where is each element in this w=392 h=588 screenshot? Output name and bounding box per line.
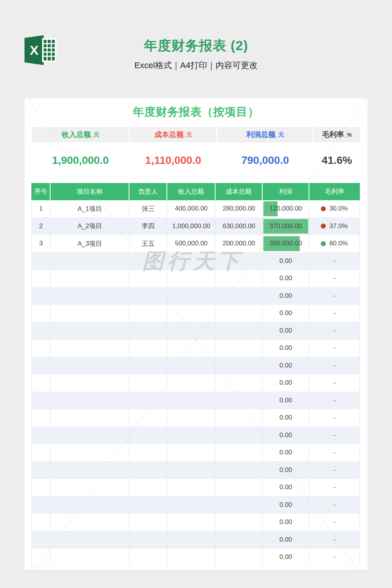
page-title: 年度财务报表 (2): [0, 37, 392, 55]
cell-margin: -: [309, 531, 360, 549]
cell-margin: -: [309, 497, 360, 514]
cell-profit: 0.00: [263, 549, 309, 566]
cell-profit: 0.00: [263, 392, 309, 409]
cell-profit: 0.00: [263, 322, 309, 340]
table-row: 0.00-: [31, 531, 360, 549]
cell-cost: [216, 514, 263, 531]
cell-project-name: A_2项目: [51, 218, 129, 235]
cell-cost: [216, 392, 263, 409]
profit-value: 300,000.00: [270, 240, 302, 247]
margin-value: -: [333, 553, 336, 561]
cell-no: [31, 287, 51, 305]
cell-margin: -: [309, 427, 360, 444]
margin-value: -: [333, 536, 336, 544]
summary-box-income: 收入总额_元: [32, 127, 129, 142]
cell-cost: [216, 322, 263, 340]
table-row: 0.00-: [31, 392, 360, 410]
cell-project-name: [51, 479, 129, 496]
green-circle-icon: [321, 241, 326, 246]
cell-margin: -: [309, 322, 360, 340]
summary-suffix-income: _元: [91, 131, 99, 138]
cell-profit: 0.00: [263, 444, 309, 461]
margin-value: -: [333, 257, 336, 265]
cell-profit: 0.00: [263, 427, 309, 444]
summary-value-profit: 790,000.0: [217, 151, 313, 170]
cell-no: [31, 514, 51, 531]
cell-owner: [129, 340, 167, 357]
summary-label-profit: 利润总额: [247, 130, 276, 140]
header-cell-profit: 利润: [263, 183, 309, 200]
cell-cost: [216, 340, 263, 357]
cell-owner: [129, 531, 167, 549]
cell-profit: 0.00: [263, 374, 309, 392]
table-row: 0.00-: [31, 514, 360, 531]
cell-margin: -: [309, 549, 360, 566]
cell-no: [31, 392, 51, 409]
summary-box-cost: 成本总额_元: [130, 127, 216, 142]
table-row: 0.00-: [31, 305, 360, 322]
cell-income: 400,000.00: [167, 200, 216, 217]
red-circle-icon: [321, 206, 326, 211]
margin-value: -: [333, 431, 336, 439]
cell-project-name: [51, 444, 129, 461]
cell-cost: 630,000.00: [216, 218, 263, 235]
cell-income: [167, 427, 216, 444]
cell-no: [31, 305, 51, 322]
cell-owner: [129, 270, 167, 287]
cell-no: [31, 340, 51, 357]
cell-profit: 0.00: [263, 514, 309, 531]
cell-no: [31, 427, 51, 444]
cell-profit: 0.00: [263, 357, 309, 374]
cell-cost: [216, 549, 263, 566]
cell-income: [167, 497, 216, 514]
cell-cost: [216, 444, 263, 461]
report-card: 年度财务报表（按项目） 收入总额_元 成本总额_元 利润总额_元 毛利率_% 1…: [24, 98, 368, 570]
cell-project-name: A_3项目: [51, 235, 129, 252]
cell-income: [167, 392, 216, 409]
margin-value: -: [333, 309, 336, 317]
cell-project-name: [51, 287, 129, 305]
cell-no: [31, 322, 51, 340]
profit-value: 0.00: [279, 501, 292, 509]
cell-owner: [129, 287, 167, 305]
cell-margin: -: [309, 444, 360, 461]
cell-income: [167, 322, 216, 340]
table-row: 0.00-: [31, 322, 360, 340]
table-row: 0.00-: [31, 357, 360, 375]
cell-no: [31, 462, 51, 479]
margin-value: -: [333, 327, 336, 335]
cell-no: [31, 479, 51, 496]
table-row: 0.00-: [31, 253, 360, 270]
cell-margin: 37.0%: [309, 218, 360, 235]
cell-margin: -: [309, 340, 360, 357]
cell-project-name: [51, 514, 129, 531]
cell-profit: 0.00: [263, 497, 309, 514]
cell-owner: [129, 357, 167, 374]
margin-value: -: [333, 292, 336, 300]
profit-value: 0.00: [279, 483, 292, 491]
header-cell-owner: 负责人: [129, 183, 167, 200]
summary-suffix-cost: _元: [184, 131, 192, 138]
cell-margin: -: [309, 305, 360, 322]
table-row: 0.00-: [31, 340, 360, 357]
cell-owner: [129, 322, 167, 340]
cell-owner: 张三: [129, 200, 167, 217]
profit-value: 0.00: [279, 379, 292, 387]
summary-value-cost: 1,110,000.0: [130, 151, 216, 170]
cell-margin: -: [309, 392, 360, 409]
header-cell-margin: 毛利率: [309, 183, 360, 200]
cell-income: 1,000,000.00: [167, 218, 216, 235]
profit-value: 120,000.00: [270, 205, 302, 212]
cell-owner: [129, 514, 167, 531]
cell-project-name: [51, 322, 129, 340]
margin-value: -: [333, 362, 336, 369]
cell-income: 500,000.00: [167, 235, 216, 252]
cell-profit: 0.00: [263, 409, 309, 426]
cell-income: [167, 253, 216, 270]
profit-value: 0.00: [279, 274, 292, 282]
cell-income: [167, 462, 216, 479]
cell-owner: [129, 409, 167, 426]
cell-project-name: [51, 531, 129, 549]
profit-value: 0.00: [279, 397, 292, 404]
cell-profit: 0.00: [263, 305, 309, 322]
